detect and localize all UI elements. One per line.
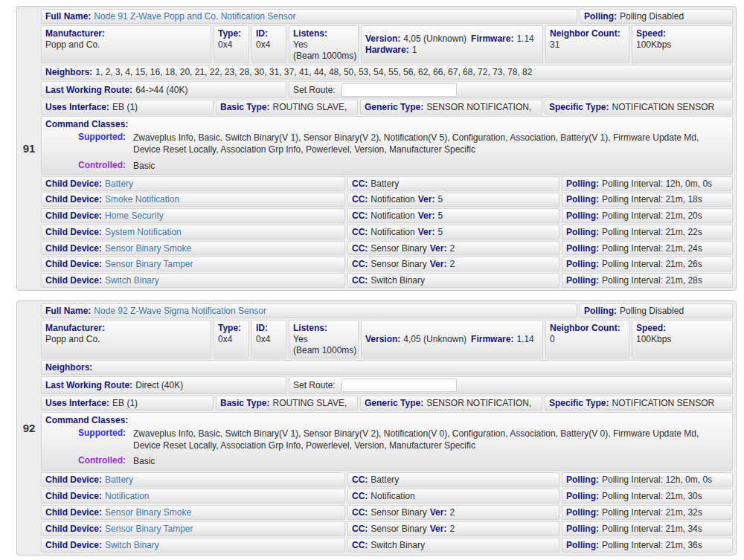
cc-value: Sensor Binary [371, 243, 426, 254]
child-device-cell: Child Device: System Notification [41, 225, 345, 239]
manufacturer-label: Manufacturer: [45, 323, 105, 333]
polling-label: Polling: [566, 474, 599, 485]
child-polling-value: Polling Interval: 21m, 36s [602, 540, 702, 550]
child-polling-cell: Polling: Polling Interval: 12h, 0m, 0s [562, 176, 733, 191]
cc-cell: CC: Sensor Binary Ver: 2 [347, 257, 559, 271]
child-device-link[interactable]: Sensor Binary Tamper [105, 524, 193, 534]
child-device-row: Child Device: Sensor Binary Smoke CC: Se… [41, 505, 733, 520]
generic-type-cell: Generic Type: SENSOR NOTIFICATION, [360, 396, 542, 411]
route-row: Last Working Route: 64->44 (40K) Set Rou… [41, 81, 733, 99]
hardware-label: Hardware: [365, 45, 409, 55]
generic-type-value: SENSOR NOTIFICATION, [426, 102, 531, 112]
ver-value: 5 [437, 194, 443, 205]
cc-value: Switch Binary [371, 540, 425, 550]
full-name-row: Full Name: Node 92 Z-Wave Sigma Notifica… [41, 303, 733, 318]
speed-value: 100Kbps [636, 39, 671, 50]
child-device-link[interactable]: System Notification [105, 227, 182, 237]
controlled-label: Controlled: [45, 455, 126, 466]
uses-interface-value: EB (1) [112, 102, 138, 112]
full-name-link[interactable]: Node 91 Z-Wave Popp and Co. Notification… [94, 11, 295, 22]
listens-cell: Listens: Yes (Beam 1000ms) [289, 320, 359, 358]
id-cell: ID: 0x4 [251, 320, 286, 358]
child-device-link[interactable]: Sensor Binary Tamper [105, 259, 193, 269]
child-device-cell: Child Device: Battery [41, 472, 345, 487]
type-label: Type: [218, 323, 241, 333]
child-device-label: Child Device: [45, 491, 102, 501]
cc-label: CC: [352, 507, 368, 518]
child-device-label: Child Device: [45, 275, 102, 286]
child-device-cell: Child Device: Switch Binary [41, 538, 345, 553]
child-device-link[interactable]: Switch Binary [105, 275, 159, 286]
polling-label: Polling: [584, 11, 617, 22]
neighbor-count-cell: Neighbor Count: 31 [545, 25, 629, 63]
child-device-link[interactable]: Battery [105, 474, 133, 485]
manufacturer-value: Popp and Co. [45, 39, 100, 50]
uses-interface-label: Uses Interface: [45, 398, 109, 408]
manufacturer-cell: Manufacturer: Popp and Co. [41, 25, 211, 63]
id-label: ID: [256, 323, 268, 333]
cc-label: CC: [352, 210, 368, 221]
polling-cell: Polling: Polling Disabled [580, 303, 733, 318]
specific-type-label: Specific Type: [549, 102, 609, 112]
command-classes-row: Command Classes: Supported: Zwaveplus In… [41, 412, 733, 471]
full-name-link[interactable]: Node 92 Z-Wave Sigma Notification Sensor [94, 306, 266, 316]
set-route-input[interactable] [341, 83, 457, 97]
cc-label: CC: [352, 194, 368, 205]
basic-type-cell: Basic Type: ROUTING SLAVE, [216, 100, 358, 115]
type-value: 0x4 [218, 39, 232, 50]
version-label: Version: [365, 33, 400, 44]
speed-label: Speed: [636, 28, 666, 39]
generic-type-cell: Generic Type: SENSOR NOTIFICATION, [360, 100, 542, 115]
cc-value: Sensor Binary [371, 259, 426, 269]
child-device-label: Child Device: [45, 210, 102, 221]
child-device-link[interactable]: Notification [105, 491, 149, 501]
child-polling-cell: Polling: Polling Interval: 21m, 18s [562, 193, 733, 207]
child-polling-cell: Polling: Polling Interval: 21m, 34s [562, 521, 733, 536]
child-polling-value: Polling Interval: 21m, 22s [602, 227, 702, 237]
command-classes-row: Command Classes: Supported: Zwaveplus In… [41, 116, 733, 175]
cc-cell: CC: Notification Ver: 5 [347, 208, 559, 223]
full-name-row: Full Name: Node 91 Z-Wave Popp and Co. N… [41, 9, 733, 24]
manufacturer-row: Manufacturer: Popp and Co. Type: 0x4 ID:… [41, 320, 733, 358]
child-device-link[interactable]: Smoke Notification [105, 194, 179, 205]
cc-value: Notification [371, 227, 414, 237]
supported-value: Zwaveplus Info, Basic, Switch Binary(V 1… [133, 132, 728, 155]
cc-label: CC: [352, 243, 368, 254]
type-cell: Type: 0x4 [214, 320, 249, 358]
child-device-row: Child Device: Notification CC: Notificat… [41, 489, 733, 503]
last-working-route-cell: Last Working Route: Direct (40K) [41, 376, 286, 394]
child-device-label: Child Device: [45, 474, 102, 485]
polling-label: Polling: [566, 259, 599, 269]
last-working-route-value: Direct (40K) [135, 380, 183, 390]
child-device-link[interactable]: Sensor Binary Smoke [105, 243, 191, 254]
child-device-link[interactable]: Home Security [105, 210, 164, 221]
listens-label: Listens: [293, 323, 327, 333]
ver-value: 5 [437, 210, 443, 221]
cc-label: CC: [352, 540, 368, 550]
child-device-label: Child Device: [45, 194, 102, 205]
neighbor-count-label: Neighbor Count: [550, 323, 620, 333]
id-value: 0x4 [256, 334, 270, 344]
child-device-link[interactable]: Switch Binary [105, 540, 159, 550]
child-device-row: Child Device: Switch Binary CC: Switch B… [41, 538, 733, 553]
ver-value: 2 [449, 507, 455, 518]
ver-label: Ver: [430, 259, 447, 269]
child-device-cell: Child Device: Sensor Binary Smoke [41, 241, 345, 256]
child-polling-value: Polling Interval: 12h, 0m, 0s [602, 178, 712, 189]
manufacturer-cell: Manufacturer: Popp and Co. [41, 320, 211, 358]
specific-type-value: NOTIFICATION SENSOR [612, 398, 714, 408]
specific-type-value: NOTIFICATION SENSOR [612, 102, 714, 112]
child-device-link[interactable]: Sensor Binary Smoke [105, 507, 191, 518]
supported-label: Supported: [45, 132, 126, 142]
child-polling-cell: Polling: Polling Interval: 21m, 24s [562, 241, 733, 256]
full-name-cell: Full Name: Node 92 Z-Wave Sigma Notifica… [41, 303, 577, 318]
neighbor-count-value: 0 [550, 334, 555, 344]
set-route-input[interactable] [341, 379, 457, 392]
speed-cell: Speed: 100Kbps [632, 25, 733, 63]
version-cell: Version: 4,05 (Unknown) Firmware: 1.14 H… [361, 25, 543, 63]
neighbors-row: Neighbors: [41, 360, 733, 375]
firmware-value: 1.14 [516, 33, 533, 44]
neighbors-label: Neighbors: [45, 67, 92, 77]
child-polling-cell: Polling: Polling Interval: 21m, 36s [562, 538, 733, 553]
child-device-link[interactable]: Battery [105, 178, 133, 189]
